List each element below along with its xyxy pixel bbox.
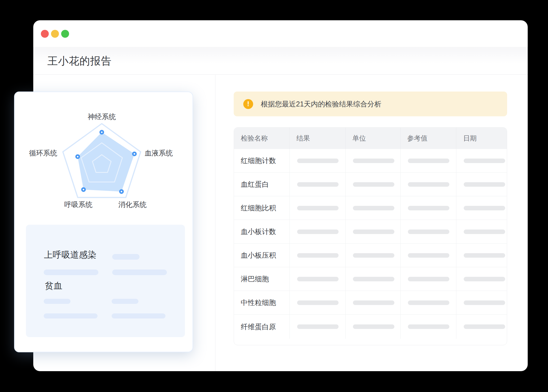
placeholder-pill	[353, 206, 394, 210]
report-header: 王小花的报告	[33, 48, 528, 75]
placeholder-pill	[353, 324, 394, 329]
table-row: 红细胞比积	[234, 196, 507, 220]
placeholder-pill	[112, 254, 140, 260]
placeholder-pill	[408, 300, 449, 305]
radar-data-point	[76, 155, 79, 158]
table-row: 纤维蛋白原	[234, 314, 507, 339]
test-name-cell: 血小板压积	[234, 244, 290, 267]
placeholder-cell	[456, 244, 507, 267]
radar-axis-circulatory: 循环系统	[29, 148, 57, 158]
results-pane: ! 根据您最近21天内的检验结果综合分析 检验名称 结果 单位 参考值 日期 红…	[215, 75, 528, 371]
screenshot-stage: 王小花的报告 ! 根据您最近21天内的检验结果综合分析 检验名称 结果 单位 参…	[0, 0, 548, 392]
placeholder-pill	[408, 206, 449, 210]
placeholder-pill	[464, 159, 505, 163]
placeholder-cell	[290, 267, 345, 291]
health-summary-card: 神经系统 血液系统 消化系统 呼吸系统 循环系统 上呼吸道感染 贫血	[14, 92, 193, 352]
test-name-cell: 血红蛋白	[234, 173, 290, 196]
placeholder-cell	[290, 173, 345, 196]
table-row: 红细胞计数	[234, 149, 507, 172]
placeholder-pill	[408, 230, 449, 234]
table-row: 血小板计数	[234, 220, 507, 243]
placeholder-cell	[456, 291, 507, 314]
placeholder-cell	[400, 244, 456, 267]
lab-results-table: 检验名称 结果 单位 参考值 日期 红细胞计数血红蛋白红细胞比积血小板计数血小板…	[234, 127, 507, 345]
placeholder-cell	[290, 291, 345, 314]
minimize-button[interactable]	[51, 30, 59, 38]
placeholder-pill	[297, 206, 339, 210]
placeholder-cell	[345, 315, 400, 339]
table-row: 血小板压积	[234, 243, 507, 267]
placeholder-pill	[464, 253, 505, 258]
placeholder-pill	[408, 277, 449, 281]
placeholder-pill	[297, 277, 339, 281]
placeholder-pill	[464, 277, 505, 281]
placeholder-pill	[297, 324, 339, 329]
placeholder-pill	[353, 230, 394, 234]
placeholder-cell	[456, 196, 507, 220]
close-button[interactable]	[41, 30, 49, 38]
placeholder-cell	[345, 149, 400, 172]
placeholder-cell	[400, 149, 456, 172]
maximize-button[interactable]	[61, 30, 69, 38]
table-row: 中性粒细胞	[234, 291, 507, 314]
test-name-cell: 淋巴细胞	[234, 267, 290, 291]
placeholder-pill	[297, 230, 339, 234]
placeholder-cell	[345, 196, 400, 220]
placeholder-cell	[456, 267, 507, 291]
placeholder-pill	[353, 300, 394, 305]
placeholder-pill	[112, 313, 165, 318]
diagnosis-box: 上呼吸道感染 贫血	[26, 225, 185, 337]
placeholder-pill	[353, 253, 394, 258]
radar-axis-digestive: 消化系统	[118, 200, 147, 209]
placeholder-cell	[400, 220, 456, 243]
placeholder-cell	[345, 220, 400, 243]
placeholder-cell	[345, 244, 400, 267]
placeholder-pill	[464, 324, 505, 329]
placeholder-pill	[408, 182, 449, 187]
placeholder-pill	[112, 270, 167, 275]
placeholder-pill	[44, 313, 98, 318]
column-header-result: 结果	[290, 128, 345, 149]
table-body: 红细胞计数血红蛋白红细胞比积血小板计数血小板压积淋巴细胞中性粒细胞纤维蛋白原	[234, 149, 507, 339]
placeholder-pill	[464, 206, 505, 210]
placeholder-pill	[464, 230, 505, 234]
placeholder-cell	[345, 267, 400, 291]
placeholder-pill	[297, 253, 339, 258]
placeholder-cell	[400, 173, 456, 196]
placeholder-cell	[400, 196, 456, 220]
test-name-cell: 红细胞比积	[234, 196, 290, 220]
placeholder-pill	[353, 277, 394, 281]
placeholder-cell	[400, 291, 456, 314]
column-header-test-name: 检验名称	[234, 128, 290, 149]
page-title: 王小花的报告	[47, 54, 112, 68]
column-header-reference: 参考值	[400, 128, 456, 149]
exclamation-icon: !	[243, 99, 253, 109]
placeholder-pill	[44, 270, 98, 275]
placeholder-pill	[408, 159, 449, 163]
radar-axis-blood: 血液系统	[145, 148, 173, 158]
placeholder-cell	[456, 315, 507, 339]
placeholder-pill	[297, 182, 339, 187]
placeholder-pill	[44, 299, 70, 304]
placeholder-pill	[464, 182, 505, 187]
diagnosis-label: 上呼吸道感染	[44, 249, 96, 261]
notice-text: 根据您最近21天内的检验结果综合分析	[261, 99, 381, 109]
radar-chart: 神经系统 血液系统 消化系统 呼吸系统 循环系统	[15, 92, 193, 224]
diagnosis-label: 贫血	[45, 280, 62, 292]
placeholder-cell	[345, 173, 400, 196]
placeholder-pill	[297, 159, 339, 163]
placeholder-pill	[408, 253, 449, 258]
placeholder-cell	[290, 220, 345, 243]
placeholder-cell	[290, 244, 345, 267]
test-name-cell: 中性粒细胞	[234, 291, 290, 314]
analysis-notice-banner: ! 根据您最近21天内的检验结果综合分析	[234, 92, 507, 116]
table-header-row: 检验名称 结果 单位 参考值 日期	[234, 128, 507, 149]
placeholder-pill	[408, 324, 449, 329]
placeholder-cell	[400, 267, 456, 291]
placeholder-pill	[353, 182, 394, 187]
radar-axis-nervous: 神经系统	[88, 112, 116, 121]
placeholder-pill	[112, 299, 138, 304]
radar-data-point	[120, 190, 123, 193]
placeholder-pill	[297, 300, 339, 305]
test-name-cell: 纤维蛋白原	[234, 315, 290, 339]
